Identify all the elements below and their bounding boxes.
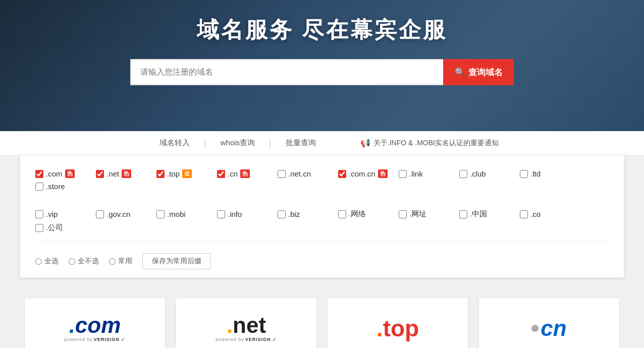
tld-checkbox-cn[interactable]	[217, 170, 225, 178]
tld-name-ltd: .ltd	[530, 169, 541, 178]
tld-item-store[interactable]: .store	[35, 180, 91, 193]
tld-checkbox-网址[interactable]	[399, 210, 407, 218]
tld-name-中国: .中国	[470, 209, 487, 219]
nav-link-transfer[interactable]: 域名转入	[145, 138, 204, 148]
tld-checkbox-link[interactable]	[399, 170, 407, 178]
tld-item-com[interactable]: .com热	[35, 167, 91, 180]
tld-item-mobi[interactable]: .mobi	[156, 207, 212, 221]
card-logo-net: .net powered by VERISIGN✓	[216, 313, 277, 343]
tld-item-vip[interactable]: .vip	[35, 207, 91, 221]
search-btn-label: 查询域名	[468, 67, 503, 78]
tld-item-公司[interactable]: .公司	[35, 221, 91, 235]
tld-name-公司: .公司	[46, 223, 63, 233]
tld-item-net.cn[interactable]: .net.cn	[278, 167, 333, 180]
tld-item-info[interactable]: .info	[217, 207, 273, 221]
nav-link-batch[interactable]: 批量查询	[272, 138, 330, 148]
tld-name-cn: .cn	[228, 169, 238, 178]
tld-name-info: .info	[228, 210, 242, 218]
tld-checkbox-store[interactable]	[35, 183, 43, 191]
tld-checkbox-biz[interactable]	[278, 210, 286, 218]
radio-common-label: 常用	[118, 257, 132, 266]
cards-section: .com powered by VERISIGN✓ 域名注册首选，全球注册量第一…	[0, 277, 644, 348]
hero-section: 域名服务 尽在幕宾企服 🔍 查询域名	[0, 0, 644, 131]
tld-checkbox-info[interactable]	[217, 210, 225, 218]
tld-checkbox-公司[interactable]	[35, 224, 43, 232]
tld-checkbox-net[interactable]	[96, 170, 104, 178]
tld-item-gov.cn[interactable]: .gov.cn	[96, 207, 151, 221]
save-common-suffix-button[interactable]: 保存为常用后缀	[142, 253, 211, 269]
card-logo-top: .top	[377, 313, 419, 343]
tld-checkbox-co[interactable]	[520, 210, 528, 218]
tld-name-com: .com	[46, 169, 63, 178]
search-bar: 🔍 查询域名	[130, 59, 514, 85]
tld-name-mobi: .mobi	[167, 210, 186, 218]
tld-checkbox-网络[interactable]	[338, 210, 346, 218]
radio-select-none-label: 全不选	[78, 257, 99, 266]
nav-notice-text: 关于.INFO & .MOBI实名认证的重要通知	[373, 139, 499, 148]
tld-checkbox-vip[interactable]	[35, 210, 43, 218]
speaker-icon: 📢	[360, 138, 370, 148]
tld-item-biz[interactable]: .biz	[278, 207, 333, 221]
search-icon: 🔍	[455, 67, 465, 78]
nav-link-whois[interactable]: whois查询	[206, 138, 269, 148]
tld-checkbox-com.cn[interactable]	[338, 170, 346, 178]
tld-name-store: .store	[46, 182, 65, 191]
radio-common[interactable]: 常用	[109, 257, 132, 266]
tld-item-ltd[interactable]: .ltd	[520, 167, 575, 180]
tld-tag-com.cn: 热	[378, 169, 388, 178]
tld-tag-net: 热	[122, 169, 131, 178]
radio-select-none[interactable]: 全不选	[69, 257, 99, 266]
tld-row-2: .vip.gov.cn.mobi.info.biz.网络.网址.中国.co.公司	[35, 207, 609, 242]
tld-name-biz: .biz	[288, 210, 300, 218]
card-logo-com: .com powered by VERISIGN✓	[64, 313, 126, 343]
tld-row-1: .com热.net热.top促.cn热.net.cn.com.cn热.link.…	[35, 167, 609, 200]
tld-checkbox-ltd[interactable]	[520, 170, 528, 178]
tld-checkbox-gov.cn[interactable]	[96, 210, 104, 218]
search-input[interactable]	[130, 59, 443, 85]
tld-item-co[interactable]: .co	[520, 207, 575, 221]
tld-tag-com: 热	[65, 169, 75, 178]
tld-item-top[interactable]: .top促	[156, 167, 212, 180]
tld-item-网络[interactable]: .网络	[338, 207, 394, 221]
domain-card-com: .com powered by VERISIGN✓ 域名注册首选，全球注册量第一…	[24, 298, 166, 348]
domain-card-top: .top 用.top域名，塑top品牌¥6/首年	[327, 298, 468, 348]
domain-card-net: .net powered by VERISIGN✓ 最具互联网特色的通用顶级域名…	[176, 298, 317, 348]
tld-checkbox-top[interactable]	[156, 170, 165, 178]
tld-name-com.cn: .com.cn	[349, 169, 375, 178]
domain-card-cn: cn 寓意中国，具有中国特色的域名！¥19/首年	[478, 298, 620, 348]
tld-panel: .com热.net热.top促.cn热.net.cn.com.cn热.link.…	[20, 155, 624, 277]
tld-item-club[interactable]: .club	[459, 167, 515, 180]
tld-name-top: .top	[167, 169, 180, 178]
tld-name-网络: .网络	[349, 209, 366, 219]
tld-name-link: .link	[409, 169, 423, 178]
tld-name-网址: .网址	[409, 209, 426, 219]
tld-item-com.cn[interactable]: .com.cn热	[338, 167, 394, 180]
tld-name-gov.cn: .gov.cn	[106, 210, 130, 218]
tld-item-网址[interactable]: .网址	[399, 207, 454, 221]
tld-name-net: .net	[106, 169, 119, 178]
tld-checkbox-mobi[interactable]	[156, 210, 165, 218]
tld-checkbox-net.cn[interactable]	[278, 170, 286, 178]
tld-name-net.cn: .net.cn	[288, 169, 311, 178]
tld-tag-top: 促	[182, 169, 192, 178]
tld-item-cn[interactable]: .cn热	[217, 167, 273, 180]
tld-item-中国[interactable]: .中国	[459, 207, 515, 221]
tld-name-co: .co	[530, 210, 541, 218]
tld-item-link[interactable]: .link	[399, 167, 454, 180]
search-button[interactable]: 🔍 查询域名	[443, 59, 514, 85]
tld-name-club: .club	[470, 169, 486, 178]
radio-row: 全选 全不选 常用 保存为常用后缀	[35, 249, 609, 269]
tld-checkbox-com[interactable]	[35, 170, 43, 178]
tld-item-net[interactable]: .net热	[96, 167, 151, 180]
card-logo-cn: cn	[531, 313, 566, 343]
hero-title: 域名服务 尽在幕宾企服	[197, 15, 447, 45]
nav-notice: 📢 关于.INFO & .MOBI实名认证的重要通知	[360, 138, 499, 148]
tld-tag-cn: 热	[240, 169, 250, 178]
tld-name-vip: .vip	[46, 210, 58, 218]
tld-checkbox-中国[interactable]	[459, 210, 467, 218]
radio-select-all-label: 全选	[44, 257, 59, 266]
tld-checkbox-club[interactable]	[459, 170, 467, 178]
radio-select-all[interactable]: 全选	[35, 257, 59, 266]
nav-links: 域名转入 | whois查询 | 批量查询 📢 关于.INFO & .MOBI实…	[0, 131, 644, 155]
